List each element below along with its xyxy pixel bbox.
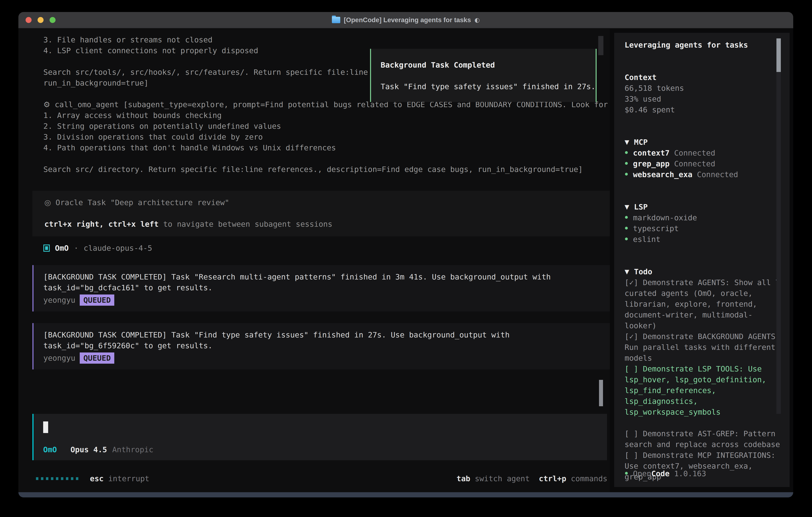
todo-item-pending: [ ] Demonstrate AST-GREP: Pattern search… — [625, 428, 782, 450]
author-name: yeongyu — [44, 295, 75, 305]
esc-key-label: interrupt — [104, 473, 149, 484]
gear-icon: ⚙ — [44, 100, 50, 109]
status-left: esc interrupt — [32, 473, 149, 484]
minimize-window-button[interactable] — [37, 17, 44, 23]
esc-key-hint: esc — [90, 473, 104, 484]
blank-line — [32, 153, 610, 164]
terminal-line: Search src/ directory. Return specific f… — [32, 164, 610, 175]
chat-scrollbar-thumb[interactable] — [599, 380, 603, 406]
todo-section-header[interactable]: ▼ Todo — [625, 266, 782, 277]
todo-item-done: [✓] Demonstrate BACKGROUND AGENTS: Run p… — [625, 331, 782, 363]
agent-name: OmO — [55, 243, 69, 253]
app-name-bold: Code — [651, 468, 670, 479]
agent-model: claude-opus-4-5 — [84, 243, 152, 253]
terminal-line: 3. Division operations that could divide… — [32, 132, 610, 142]
chat-scrollbar-thumb[interactable] — [598, 36, 603, 55]
opencode-window: [OpenCode] Leveraging agents for tasks ◐… — [19, 12, 793, 497]
task-message-line: task_id="bg_6f59260c" to get results. — [44, 340, 610, 351]
notification-body: Task "Find type safety issues" finished … — [381, 81, 596, 92]
app-version: 1.0.163 — [670, 468, 706, 479]
agent-checkbox-icon — [44, 245, 50, 252]
status-right: tab switch agent ctrl+p commands — [457, 473, 607, 484]
lsp-section-header[interactable]: ▼ LSP — [625, 201, 782, 212]
chevron-down-icon: ▼ — [625, 201, 629, 212]
session-title: Leveraging agents for tasks — [625, 39, 782, 50]
todo-item-done: [✓] Demonstrate AGENTS: Show all 7 curat… — [625, 277, 782, 331]
ctrlp-key-hint: ctrl+p — [530, 473, 566, 484]
context-used: 33% used — [625, 93, 782, 104]
mcp-name: grep_app — [633, 158, 670, 169]
oracle-task-card[interactable]: ◎ Oracle Task "Deep architecture review"… — [32, 191, 610, 236]
oracle-task-title: ◎ Oracle Task "Deep architecture review" — [33, 197, 610, 208]
status-dot-icon — [625, 216, 628, 219]
sidebar-scrollbar-thumb[interactable] — [777, 38, 781, 72]
lsp-name: eslint — [633, 234, 660, 245]
app-name-dim: Open — [633, 468, 651, 479]
task-message-meta: yeongyu QUEUED — [44, 294, 610, 306]
status-dot-icon — [625, 472, 628, 474]
status-badge: QUEUED — [80, 295, 114, 306]
context-heading: Context — [625, 72, 782, 83]
mcp-heading: MCP — [634, 137, 648, 147]
zoom-window-button[interactable] — [50, 17, 56, 23]
todo-heading: Todo — [634, 266, 652, 277]
status-dot-icon — [625, 238, 628, 240]
lsp-name: typescript — [633, 223, 679, 234]
todo-item-active: [ ] Demonstrate LSP TOOLS: Use lsp_hover… — [625, 363, 782, 417]
record-icon: ◎ — [45, 198, 51, 207]
status-dot-icon — [625, 151, 628, 154]
mcp-section-header[interactable]: ▼ MCP — [625, 137, 782, 147]
spinner-dots-icon — [36, 477, 78, 480]
lsp-item: typescript — [625, 223, 782, 234]
blank-line — [33, 208, 610, 219]
mcp-status: Connected — [670, 158, 715, 169]
status-dot-icon — [625, 173, 628, 175]
content-area: 3. File handles or streams not closed 4.… — [19, 29, 793, 492]
oracle-task-title-text: Oracle Task "Deep architecture review" — [51, 198, 229, 207]
mcp-name: websearch_exa — [633, 169, 692, 180]
version-row: Open Code 1.0.163 — [625, 468, 706, 479]
mcp-name: context7 — [633, 147, 670, 158]
input-meta-row: OmO Opus 4.5 Anthropic — [43, 444, 153, 455]
mcp-item: grep_app Connected — [625, 158, 782, 169]
terminal-line: 3. File handles or streams not closed — [32, 34, 610, 45]
half-circle-icon: ◐ — [474, 15, 480, 25]
text-cursor — [43, 421, 48, 433]
tab-key-hint: tab — [457, 473, 470, 484]
lsp-heading: LSP — [634, 201, 648, 212]
hint-text: to navigate between subagent sessions — [158, 220, 332, 228]
background-task-message[interactable]: [BACKGROUND TASK COMPLETED] Task "Resear… — [32, 265, 610, 311]
terminal-line: 4. Path operations that don't handle Win… — [32, 142, 610, 153]
ctrlp-key-label: commands — [566, 473, 607, 484]
prompt-input[interactable]: OmO Opus 4.5 Anthropic — [32, 414, 607, 460]
oracle-hint-line: ctrl+x right, ctrl+x left to navigate be… — [33, 219, 610, 229]
agent-header: OmO · claude-opus-4-5 — [32, 243, 610, 253]
lsp-item: eslint — [625, 234, 782, 245]
lsp-item: markdown-oxide — [625, 212, 782, 223]
notification-title: Background Task Completed — [381, 60, 596, 71]
sidebar-scrollbar-track[interactable] — [777, 38, 781, 414]
mcp-status: Connected — [692, 169, 738, 180]
author-name: yeongyu — [44, 353, 75, 363]
provider-label: Anthropic — [112, 444, 153, 455]
traffic-lights — [26, 12, 56, 28]
separator-dot: · — [74, 243, 79, 253]
close-window-button[interactable] — [26, 17, 32, 23]
task-message-meta: yeongyu QUEUED — [44, 352, 610, 364]
background-task-message[interactable]: [BACKGROUND TASK COMPLETED] Task "Find t… — [32, 323, 610, 370]
window-title-group: [OpenCode] Leveraging agents for tasks ◐ — [332, 15, 480, 25]
mcp-item: context7 Connected — [625, 147, 782, 158]
chevron-down-icon: ▼ — [625, 266, 629, 277]
task-message-line: task_id="bg_dcfac161" to get results. — [44, 282, 610, 293]
active-agent-label[interactable]: OmO — [43, 444, 57, 455]
model-label[interactable]: Opus 4.5 — [70, 444, 107, 455]
context-spent: $0.46 spent — [625, 104, 782, 115]
task-message-line: [BACKGROUND TASK COMPLETED] Task "Find t… — [44, 329, 610, 340]
folder-icon — [332, 17, 340, 23]
background-task-notification: Background Task Completed Task "Find typ… — [370, 49, 597, 102]
status-badge: QUEUED — [80, 352, 114, 364]
status-dot-icon — [625, 227, 628, 229]
terminal-line: 1. Array access without bounds checking — [32, 110, 610, 121]
window-bottom-strip — [19, 492, 793, 497]
window-title: [OpenCode] Leveraging agents for tasks — [344, 15, 471, 25]
